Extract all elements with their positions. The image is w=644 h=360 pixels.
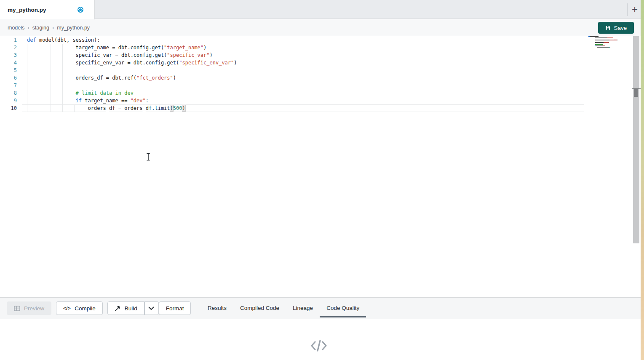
line-number: 9: [0, 97, 17, 104]
desktop-background-strip: [641, 0, 644, 360]
code-line-10[interactable]: 10 orders_df = orders_df.limit(500): [0, 104, 641, 112]
breadcrumb-separator: ›: [27, 24, 29, 31]
vertical-scrollbar[interactable]: [633, 36, 639, 243]
minimap[interactable]: [588, 36, 619, 48]
tab-lineage-label: Lineage: [293, 305, 313, 311]
code-placeholder-icon: [0, 339, 637, 354]
breadcrumb-staging[interactable]: staging: [32, 25, 49, 31]
code-line-9[interactable]: 9 if target_name == "dev":: [0, 97, 641, 104]
tab-code-quality[interactable]: Code Quality: [320, 297, 366, 319]
line-number: 10: [0, 104, 17, 112]
save-button[interactable]: Save: [598, 22, 634, 34]
code-brackets-icon: </>: [63, 306, 71, 311]
preview-button[interactable]: Preview: [7, 301, 51, 315]
indent-guide: [62, 44, 63, 112]
breadcrumb-models[interactable]: models: [8, 25, 24, 31]
line-number: 7: [0, 82, 17, 89]
hammer-icon: [115, 305, 121, 312]
build-button-group: Build: [107, 301, 159, 315]
save-button-label: Save: [614, 25, 627, 31]
format-button[interactable]: Format: [159, 301, 191, 315]
code-line-4[interactable]: 4 specific_env_var = dbt.config.get("spe…: [0, 59, 641, 67]
indent-guide: [74, 104, 75, 112]
tab-title: my_python.py: [8, 7, 46, 13]
compile-button-label: Compile: [75, 305, 96, 312]
code-lines: 1def model(dbt, session):2 target_name =…: [0, 36, 641, 112]
new-tab-button[interactable]: +: [628, 2, 641, 16]
indent-guide: [39, 44, 39, 112]
tab-code-quality-label: Code Quality: [326, 305, 359, 311]
indent-guide: [27, 44, 27, 112]
tab-results-label: Results: [208, 305, 227, 311]
line-number: 3: [0, 51, 17, 59]
format-button-label: Format: [166, 305, 184, 312]
text-cursor-pointer: [146, 153, 151, 163]
tab-my-python[interactable]: my_python.py: [0, 0, 95, 19]
table-grid-icon: [14, 306, 20, 311]
unsaved-changes-icon: [77, 7, 83, 13]
tab-compiled-code[interactable]: Compiled Code: [233, 297, 286, 319]
breadcrumb: models › staging › my_python.py: [0, 19, 641, 36]
code-line-6[interactable]: 6 orders_df = dbt.ref("fct_orders"): [0, 74, 641, 82]
build-options-dropdown[interactable]: [144, 301, 159, 315]
chevron-down-icon: [148, 307, 154, 310]
line-number: 4: [0, 59, 17, 67]
breadcrumb-separator: ›: [52, 24, 54, 31]
build-button[interactable]: Build: [107, 301, 144, 315]
results-panel: [0, 319, 641, 360]
build-button-label: Build: [125, 305, 137, 312]
preview-button-label: Preview: [24, 305, 44, 312]
code-line-2[interactable]: 2 target_name = dbt.config.get("target_n…: [0, 44, 641, 51]
code-line-8[interactable]: 8 # limit data in dev: [0, 89, 641, 97]
code-editor[interactable]: 1def model(dbt, session):2 target_name =…: [0, 36, 641, 297]
tab-lineage[interactable]: Lineage: [286, 297, 320, 319]
code-line-7[interactable]: 7: [0, 82, 641, 89]
code-line-5[interactable]: 5: [0, 67, 641, 74]
line-number: 5: [0, 67, 17, 74]
text-caret: [185, 105, 186, 111]
line-number: 8: [0, 89, 17, 97]
line-number: 2: [0, 44, 17, 51]
scrollbar-thumb[interactable]: [634, 89, 638, 97]
tabbar-divider: [627, 3, 628, 16]
indent-guide: [51, 44, 51, 112]
tab-results[interactable]: Results: [201, 297, 233, 319]
line-number: 1: [0, 36, 17, 44]
panel-tabs: Results Compiled Code Lineage Code Quali…: [201, 297, 366, 319]
editor-tab-bar: +: [0, 0, 641, 19]
code-line-1[interactable]: 1def model(dbt, session):: [0, 36, 641, 44]
code-line-3[interactable]: 3 specific_var = dbt.config.get("specifi…: [0, 51, 641, 59]
tab-compiled-code-label: Compiled Code: [240, 305, 279, 311]
line-number: 6: [0, 74, 17, 82]
floppy-disk-icon: [605, 25, 611, 31]
compile-button[interactable]: </> Compile: [56, 301, 103, 315]
breadcrumb-file[interactable]: my_python.py: [57, 25, 90, 31]
